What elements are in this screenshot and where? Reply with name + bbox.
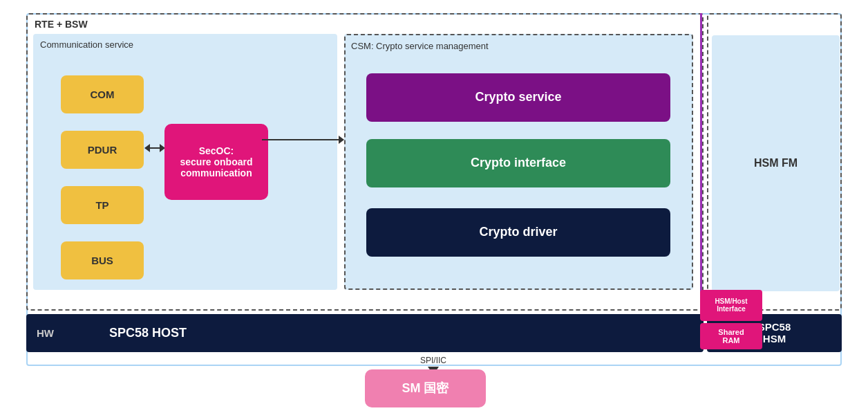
- tp-label: TP: [95, 199, 108, 211]
- crypto-driver-label: Crypto driver: [479, 225, 557, 239]
- hw-bar: HW SPC58 HOST: [26, 314, 704, 352]
- com-box: COM: [61, 75, 144, 113]
- hw-label: HW: [37, 327, 54, 339]
- hsm-host-interface-box: HSM/HostInterface: [700, 290, 762, 321]
- secoc-to-csm-arrow: [262, 139, 343, 140]
- spc58-hsm-label: SPC58HSM: [758, 321, 791, 345]
- sm-box: SM 国密: [365, 369, 486, 407]
- pdur-box: PDUR: [61, 131, 144, 169]
- hsm-fm-label: HSM FM: [754, 157, 798, 169]
- secoc-label: SecOC:secure onboardcommunication: [180, 145, 252, 178]
- crypto-service-box: Crypto service: [366, 73, 670, 122]
- crypto-interface-box: Crypto interface: [366, 139, 670, 187]
- shared-ram-label: SharedRAM: [718, 328, 744, 345]
- vertical-separator-line: [700, 13, 702, 311]
- diagram-container: RTE + BSW Communication service COM PDUR…: [26, 13, 842, 401]
- com-label: COM: [91, 89, 115, 100]
- secoc-box: SecOC:secure onboardcommunication: [164, 124, 268, 200]
- spi-iic-label: SPI/IIC: [420, 356, 446, 365]
- bus-label: BUS: [91, 255, 113, 266]
- comm-service-box: Communication service COM PDUR TP BUS Se…: [33, 34, 337, 290]
- rte-bsw-label: RTE + BSW: [35, 19, 88, 30]
- tp-box: TP: [61, 186, 144, 224]
- comm-service-label: Communication service: [40, 39, 133, 50]
- pdur-arrow-right: [145, 147, 164, 149]
- hsm-host-interface-label: HSM/HostInterface: [715, 297, 747, 313]
- csm-label: CSM: Crypto service management: [351, 41, 489, 51]
- hsm-fm-inner-box: HSM FM: [712, 35, 840, 291]
- pdur-label: PDUR: [88, 144, 117, 156]
- spc58-host-label: SPC58 HOST: [109, 326, 187, 340]
- sm-label: SM 国密: [402, 380, 449, 396]
- crypto-service-label: Crypto service: [475, 90, 561, 104]
- crypto-driver-box: Crypto driver: [366, 208, 670, 257]
- shared-ram-box: SharedRAM: [700, 323, 762, 349]
- csm-box: CSM: Crypto service management Crypto se…: [344, 34, 693, 290]
- crypto-interface-label: Crypto interface: [471, 156, 566, 170]
- hsm-fm-outer-box: HSM FM: [707, 13, 842, 311]
- bus-box: BUS: [61, 241, 144, 279]
